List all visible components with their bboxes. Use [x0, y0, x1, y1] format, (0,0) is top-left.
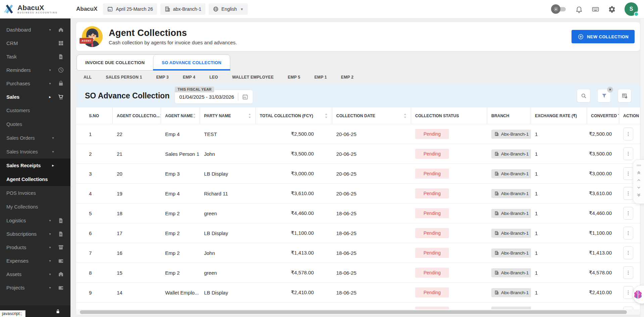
scrollbar-thumb[interactable]: [80, 310, 627, 314]
sidebar-item-task[interactable]: Task: [0, 50, 70, 63]
agent-filter-all[interactable]: ALL: [81, 75, 99, 80]
clear-filter-badge[interactable]: ✕: [607, 87, 613, 93]
agent-filter-sales-person-1[interactable]: SALES PERSON 1: [99, 75, 149, 80]
date-range-picker[interactable]: THIS FISCAL YEAR 01/04/2025 - 31/03/2026: [175, 90, 253, 104]
column-header-s-no[interactable]: S.NO: [76, 107, 113, 124]
column-header-converted-t[interactable]: CONVERTED T(: [587, 107, 619, 124]
building-icon: [58, 271, 64, 277]
gear-icon[interactable]: [608, 5, 616, 13]
sidebar-item-subscriptions[interactable]: Subscriptions▾: [0, 227, 70, 240]
row-actions-button[interactable]: [623, 266, 633, 279]
branch-chip: Abx-Branch-1: [491, 209, 531, 218]
sidebar-item-agent-collections[interactable]: Agent Collections: [0, 172, 70, 186]
dots-vertical-icon: [626, 211, 631, 216]
branch-chip: Abx-Branch-1: [491, 189, 531, 198]
horizontal-scrollbar[interactable]: [76, 309, 640, 315]
scroll-bottom-icon[interactable]: [636, 192, 641, 197]
cell-agent-name: Emp 2: [161, 211, 200, 216]
tab-so-advance-collection[interactable]: SO ADVANCE COLLECTION: [153, 55, 230, 70]
lock-icon[interactable]: [55, 309, 61, 314]
row-actions-button[interactable]: [623, 128, 633, 140]
sidebar-item-pos-invoices[interactable]: POS Invoices: [0, 186, 70, 200]
sidebar-item-customers[interactable]: Customers: [0, 103, 70, 117]
row-actions-button[interactable]: [623, 167, 633, 180]
sidebar-item-sales[interactable]: Sales▸: [0, 90, 70, 103]
app-logo[interactable]: AbacuX BUSINESS ACCOUNTING: [0, 0, 70, 18]
sort-icon[interactable]: [404, 114, 406, 118]
theme-toggle[interactable]: [551, 4, 566, 14]
sidebar-item-sales-invoices[interactable]: Sales Invoices▾: [0, 145, 70, 158]
agent-filter-emp-2[interactable]: EMP 2: [334, 75, 360, 80]
fiscal-year-selector[interactable]: April 25-March 26: [103, 3, 157, 15]
agent-filter-leo[interactable]: LEO: [202, 75, 225, 80]
column-label: PARTY NAME: [204, 114, 231, 118]
cell-agent-name: Wallet Emplo...: [161, 290, 200, 296]
user-avatar[interactable]: S: [625, 2, 638, 16]
column-header-agent-collectio[interactable]: AGENT COLLECTIO...: [113, 107, 161, 124]
search-button[interactable]: [577, 89, 590, 102]
scroll-down-icon[interactable]: [636, 185, 641, 190]
sort-icon[interactable]: [325, 114, 328, 118]
cell-branch: Abx-Branch-1: [487, 189, 531, 198]
scroll-top-icon[interactable]: [636, 170, 641, 175]
column-header-collection-status[interactable]: COLLECTION STATUS: [411, 107, 487, 124]
table-row: 518Emp 2green₹4,460.0018-06-25PendingAbx…: [76, 203, 640, 223]
column-header-total-collection-fcy[interactable]: TOTAL COLLECTION (FCY): [256, 107, 332, 124]
agent-filter-emp-5[interactable]: EMP 5: [281, 75, 307, 80]
column-header-branch[interactable]: BRANCH: [487, 107, 531, 124]
filter-button[interactable]: ✕: [597, 89, 611, 102]
row-actions-button[interactable]: [623, 207, 633, 220]
column-header-exchange-rate[interactable]: EXCHANGE RATE (₹): [531, 107, 587, 124]
cell-converted-total: ₹3,000.00: [587, 171, 619, 177]
agent-filter-emp-1[interactable]: EMP 1: [307, 75, 334, 80]
row-actions-button[interactable]: [623, 227, 633, 239]
column-header-party-name[interactable]: PARTY NAME: [200, 107, 256, 124]
sidebar-item-products[interactable]: Products▾: [0, 240, 70, 254]
agent-filter-wallet-employee[interactable]: WALLET EMPLOYEE: [225, 75, 281, 80]
sidebar-item-quotes[interactable]: Quotes: [0, 117, 70, 131]
column-settings-button[interactable]: [618, 89, 631, 102]
column-label: AGENT COLLECTIO...: [117, 114, 160, 118]
row-actions-button[interactable]: [623, 246, 633, 259]
globe-icon: [213, 6, 219, 12]
cell-exchange-rate: 1: [531, 290, 587, 296]
sidebar-item-sales-receipts[interactable]: Sales Receipts▸: [0, 158, 70, 172]
row-actions-button[interactable]: [623, 187, 633, 200]
sidebar-item-assets[interactable]: Assets▾: [0, 267, 70, 281]
sidebar-item-purchases[interactable]: Purchases▾: [0, 77, 70, 90]
row-actions-button[interactable]: [623, 147, 633, 160]
cell-branch: Abx-Branch-1: [487, 130, 531, 139]
agent-filter-emp-3[interactable]: EMP 3: [149, 75, 176, 80]
language-selector[interactable]: English ▼: [209, 3, 248, 15]
sidebar-item-dashboard[interactable]: Dashboard▾: [0, 23, 70, 36]
bag-icon: [58, 80, 64, 87]
sidebar-item-my-collections[interactable]: My Collections: [0, 200, 70, 214]
dots-vertical-icon: [626, 290, 631, 295]
sidebar-item-projects[interactable]: Projects▾: [0, 281, 70, 294]
branch-selector[interactable]: abx-Branch-1: [160, 3, 205, 15]
row-actions-button[interactable]: [623, 286, 633, 299]
sidebar-item-sales-orders[interactable]: Sales Orders▾: [0, 131, 70, 145]
agent-filter-emp-4[interactable]: EMP 4: [176, 75, 202, 80]
sidebar-item-logistics[interactable]: Logistics▾: [0, 214, 70, 227]
new-collection-button[interactable]: NEW COLLECTION: [572, 30, 635, 43]
tab-label: SO ADVANCE COLLECTION: [162, 60, 221, 65]
sidebar: AbacuX BUSINESS ACCOUNTING Dashboard▾CRM…: [0, 0, 70, 317]
sidebar-item-reminders[interactable]: Reminders▾: [0, 63, 70, 77]
scroll-up-icon[interactable]: [636, 178, 641, 183]
column-header-action[interactable]: ACTION: [619, 107, 640, 124]
chevron-down-icon: ▾: [48, 68, 52, 72]
keyboard-icon[interactable]: [592, 5, 599, 13]
column-header-collection-date[interactable]: COLLECTION DATE: [332, 107, 411, 124]
row-actions-button[interactable]: [623, 307, 633, 309]
sort-icon[interactable]: [248, 114, 251, 118]
sidebar-item-expenses[interactable]: Expenses▾: [0, 254, 70, 267]
online-status-dot: [634, 12, 639, 16]
bell-icon[interactable]: [575, 5, 583, 13]
cell-action: [619, 128, 640, 140]
column-header-agent-name[interactable]: AGENT NAME: [161, 107, 200, 124]
drag-handle-icon[interactable]: [636, 163, 641, 168]
tab-invoice-due-collection[interactable]: INVOICE DUE COLLECTION: [77, 55, 153, 70]
sidebar-item-crm[interactable]: CRM: [0, 36, 70, 50]
sort-icon[interactable]: [193, 114, 196, 118]
